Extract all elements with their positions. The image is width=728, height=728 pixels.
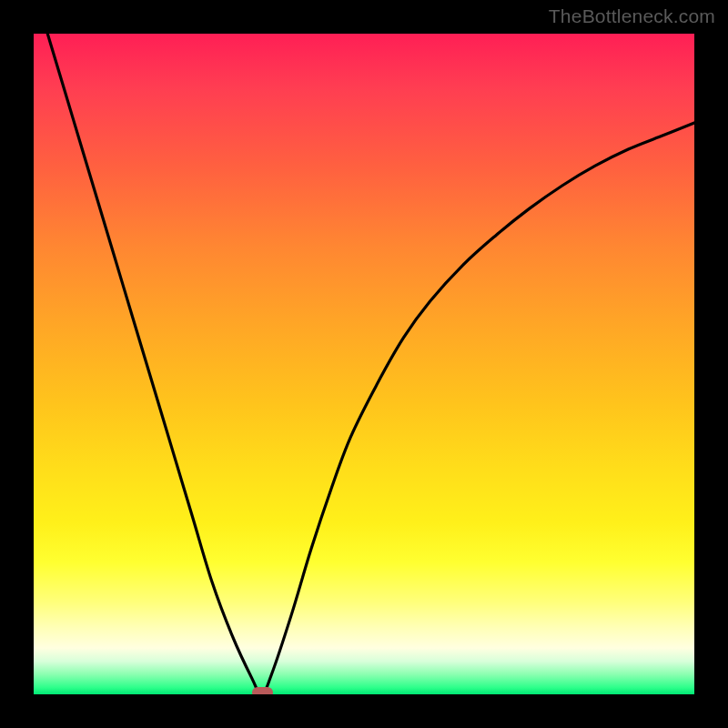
watermark-text: TheBottleneck.com: [549, 5, 715, 27]
chart-frame: TheBottleneck.com: [0, 0, 728, 728]
bottleneck-curve: [34, 34, 694, 694]
plot-area: [34, 34, 694, 694]
optimum-marker: [252, 687, 273, 694]
